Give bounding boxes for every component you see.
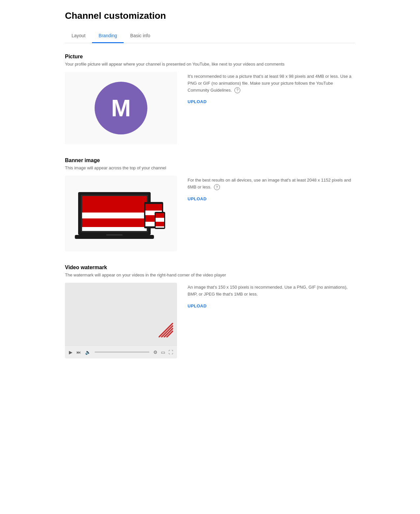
- miniplayer-icon[interactable]: ▭: [161, 350, 165, 355]
- picture-upload-button[interactable]: UPLOAD: [188, 99, 207, 104]
- play-icon[interactable]: ▶: [69, 350, 73, 355]
- banner-section: Banner image This image will appear acro…: [65, 157, 355, 251]
- settings-icon[interactable]: ⚙: [153, 350, 158, 355]
- picture-section-title: Picture: [65, 54, 355, 60]
- banner-info-area: For the best results on all devices, use…: [188, 176, 355, 201]
- watermark-pattern: [159, 323, 173, 337]
- video-area: [65, 283, 177, 345]
- watermark-info-area: An image that's 150 x 150 pixels is reco…: [188, 283, 355, 308]
- page-container: Channel customization Layout Branding Ba…: [52, 0, 368, 382]
- banner-upload-button[interactable]: UPLOAD: [188, 196, 207, 201]
- svg-line-18: [161, 326, 173, 337]
- page-title: Channel customization: [65, 11, 355, 21]
- watermark-section-title: Video watermark: [65, 265, 355, 271]
- tab-basic-info[interactable]: Basic info: [124, 29, 157, 43]
- svg-rect-16: [156, 222, 164, 226]
- volume-icon[interactable]: 🔈: [85, 350, 91, 355]
- banner-preview-box: [65, 176, 177, 251]
- player-controls: ▶ ⏭ 🔈 ⚙ ▭ ⛶: [65, 345, 177, 358]
- tab-branding[interactable]: Branding: [92, 29, 124, 43]
- svg-rect-4: [82, 218, 147, 227]
- watermark-section-subtitle: The watermark will appear on your videos…: [65, 272, 355, 277]
- avatar: M: [95, 82, 147, 134]
- svg-rect-6: [106, 234, 123, 236]
- banner-section-subtitle: This image will appear across the top of…: [65, 165, 355, 170]
- player-progress-bar[interactable]: [95, 352, 149, 353]
- skip-icon[interactable]: ⏭: [76, 350, 81, 355]
- picture-section: Picture Your profile picture will appear…: [65, 54, 355, 144]
- watermark-info-text: An image that's 150 x 150 pixels is reco…: [188, 284, 355, 298]
- svg-rect-14: [156, 213, 164, 218]
- watermark-section: Video watermark The watermark will appea…: [65, 265, 355, 358]
- svg-rect-9: [145, 204, 162, 211]
- banner-section-content: For the best results on all devices, use…: [65, 176, 355, 251]
- watermark-section-content: ▶ ⏭ 🔈 ⚙ ▭ ⛶ An image that's 150 x 1: [65, 283, 355, 358]
- banner-help-icon[interactable]: ?: [214, 184, 220, 190]
- watermark-upload-button[interactable]: UPLOAD: [188, 303, 207, 308]
- svg-rect-2: [82, 196, 147, 213]
- tabs-container: Layout Branding Basic info: [65, 29, 355, 43]
- tab-layout[interactable]: Layout: [65, 29, 92, 43]
- watermark-preview-box: ▶ ⏭ 🔈 ⚙ ▭ ⛶: [65, 283, 177, 358]
- fullscreen-icon[interactable]: ⛶: [168, 350, 173, 355]
- banner-info-text: For the best results on all devices, use…: [188, 177, 355, 191]
- picture-section-content: M It's recommended to use a picture that…: [65, 72, 355, 144]
- banner-illustration: [65, 176, 177, 251]
- picture-help-icon[interactable]: ?: [234, 87, 240, 93]
- banner-section-title: Banner image: [65, 157, 355, 163]
- picture-info-area: It's recommended to use a picture that's…: [188, 72, 355, 104]
- picture-preview-box: M: [65, 72, 177, 144]
- player-right-controls: ⚙ ▭ ⛶: [153, 350, 173, 355]
- picture-section-subtitle: Your profile picture will appear where y…: [65, 62, 355, 67]
- picture-info-text: It's recommended to use a picture that's…: [188, 73, 355, 94]
